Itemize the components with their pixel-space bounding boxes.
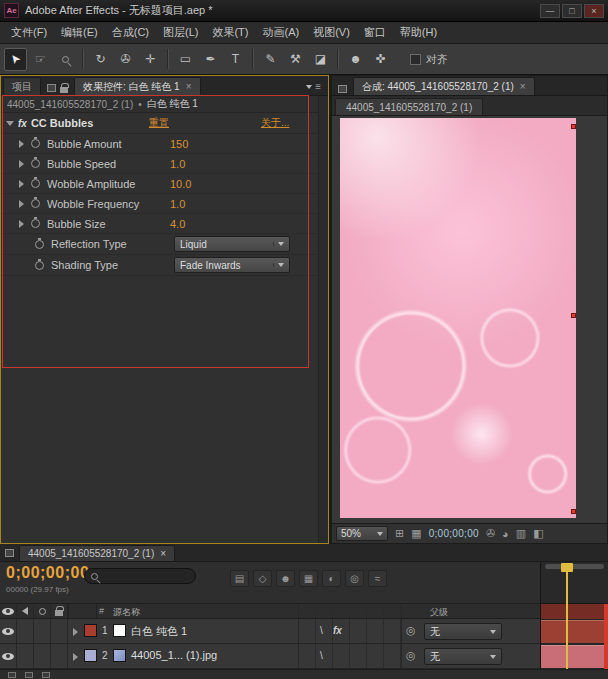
lock-toggle[interactable] [51,644,68,668]
timeline-search[interactable] [84,568,196,584]
stopwatch-icon[interactable] [31,199,40,208]
tab-project[interactable]: 项目 [3,77,41,95]
zoom-tool[interactable] [54,48,77,71]
visibility-toggle[interactable] [0,644,17,668]
menu-help[interactable]: 帮助(H) [393,22,444,43]
parent-dropdown[interactable]: 无 [424,648,502,665]
stopwatch-icon[interactable] [35,240,44,249]
twirl-right-icon[interactable] [19,160,24,168]
reflection-type-dropdown[interactable]: Liquid [174,236,290,252]
snapshot-camera-icon[interactable]: ✇ [486,527,495,540]
tab-composition[interactable]: 合成: 44005_141605528170_2 (1) × [353,77,535,95]
hand-tool[interactable]: ☞ [29,48,52,71]
property-value[interactable]: 10.0 [170,178,191,190]
reset-link[interactable]: 重置 [149,116,169,130]
tab-effect-controls[interactable]: 效果控件: 白色 纯色 1 × [74,77,201,95]
selection-tool[interactable]: ➤ [4,48,27,71]
close-icon[interactable]: × [160,548,166,559]
layer-row[interactable]: 1 白色 纯色 1 \ fx ◎ 无 [0,619,608,644]
type-tool[interactable]: T [224,48,247,71]
grid-guides-icon[interactable]: ▦ [411,527,421,540]
rotate-tool[interactable]: ↻ [89,48,112,71]
quality-switch[interactable]: \ [320,625,323,636]
composition-viewer[interactable] [332,116,607,523]
expand-in-out-icon[interactable] [42,672,50,678]
label-color-swatch[interactable] [84,624,97,637]
menu-composition[interactable]: 合成(C) [105,22,156,43]
scrollbar-track[interactable] [318,96,328,543]
close-icon[interactable]: × [186,81,192,92]
comp-timecode[interactable]: 0;00;00;00 [429,528,479,539]
region-of-interest-icon[interactable]: ◧ [533,527,543,540]
show-channel-icon[interactable]: ◕ [502,528,509,540]
roto-brush-tool[interactable]: ☻ [344,48,367,71]
resolution-icon[interactable]: ▥ [516,527,526,540]
layer-row[interactable]: 2 44005_1... (1).jpg \ ◎ 无 [0,644,608,669]
hide-shy-layers-icon[interactable]: ☻ [276,570,295,587]
align-checkbox[interactable] [410,54,421,65]
viewer-tab[interactable]: 44005_141605528170_2 (1) [335,98,483,115]
twirl-right-icon[interactable] [19,200,24,208]
lock-toggle[interactable] [51,619,68,643]
menu-animation[interactable]: 动画(A) [256,22,307,43]
visibility-toggle[interactable] [0,619,17,643]
menu-file[interactable]: 文件(F) [4,22,54,43]
rect-tool[interactable]: ▭ [174,48,197,71]
solo-toggle[interactable] [34,619,51,643]
breadcrumb-comp-name[interactable]: 44005_141605528170_2 (1) [7,99,133,110]
pan-behind-tool[interactable]: ✛ [139,48,162,71]
pickwhip-icon[interactable]: ◎ [406,624,416,637]
stopwatch-icon[interactable] [35,261,44,270]
layer-handle[interactable] [571,313,576,318]
property-value[interactable]: 150 [170,138,188,150]
timeline-search-input[interactable] [103,571,189,582]
comp-mini-flowchart-icon[interactable]: ▤ [230,570,249,587]
camera-tool[interactable]: ✇ [114,48,137,71]
close-icon[interactable]: × [520,81,526,92]
stopwatch-icon[interactable] [31,159,40,168]
pickwhip-icon[interactable]: ◎ [406,649,416,662]
menu-window[interactable]: 窗口 [357,22,393,43]
panel-menu-button[interactable]: ≡ [301,81,326,95]
twirl-right-icon[interactable] [73,628,78,636]
expand-layer-switches-icon[interactable] [8,672,16,678]
layer-bar[interactable] [541,645,608,668]
layer-bar[interactable] [541,620,608,643]
label-color-swatch[interactable] [84,649,97,662]
zoom-level-dropdown[interactable]: 50% [336,526,388,541]
solo-toggle[interactable] [34,644,51,668]
menu-effect[interactable]: 效果(T) [205,22,255,43]
close-button[interactable]: × [584,4,604,18]
about-link[interactable]: 关于... [261,116,289,130]
timeline-track-area[interactable] [540,562,608,669]
stopwatch-icon[interactable] [31,139,40,148]
stopwatch-icon[interactable] [31,219,40,228]
quality-switch[interactable]: \ [320,650,323,661]
twirl-right-icon[interactable] [19,180,24,188]
puppet-pin-tool[interactable]: ✜ [369,48,392,71]
column-number[interactable]: # [99,606,104,616]
composition-image[interactable] [340,118,576,518]
layer-name[interactable]: 44005_1... (1).jpg [131,649,217,661]
menu-layer[interactable]: 图层(L) [156,22,205,43]
pen-tool[interactable]: ✒ [199,48,222,71]
safe-areas-icon[interactable]: ⊞ [395,527,404,540]
audio-toggle[interactable] [17,644,34,668]
eraser-tool[interactable]: ◪ [309,48,332,71]
column-parent[interactable]: 父级 [430,606,448,619]
menu-view[interactable]: 视图(V) [306,22,357,43]
layer-handle[interactable] [571,509,576,514]
time-navigator[interactable] [545,564,604,569]
menu-edit[interactable]: 编辑(E) [54,22,105,43]
auto-keyframe-icon[interactable]: ◎ [345,570,364,587]
twirl-right-icon[interactable] [19,140,24,148]
viewer-icon[interactable] [47,84,56,92]
current-time-indicator[interactable] [566,571,568,669]
audio-toggle[interactable] [17,619,34,643]
restore-button[interactable]: □ [562,4,582,18]
layer-handle[interactable] [571,124,576,129]
layer-name[interactable]: 白色 纯色 1 [131,624,187,639]
frame-blending-icon[interactable]: ▦ [299,570,318,587]
stopwatch-icon[interactable] [31,179,40,188]
time-ruler[interactable] [541,562,608,604]
